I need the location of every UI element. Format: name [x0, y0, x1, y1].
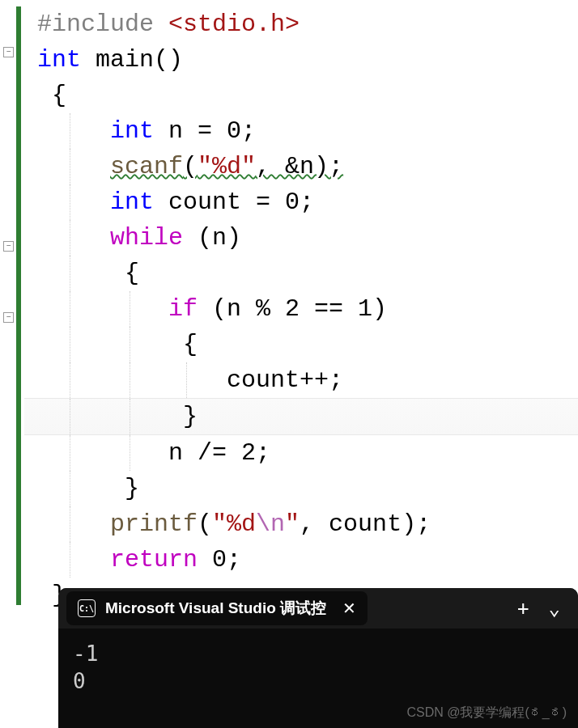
terminal-tab-title: Microsoft Visual Studio 调试控: [105, 598, 326, 619]
code-line-2[interactable]: int main(): [24, 42, 578, 78]
terminal-line-2: 0: [73, 667, 563, 695]
fold-marker-while[interactable]: −: [3, 241, 14, 252]
terminal-window: C:\ Microsoft Visual Studio 调试控 ✕ + ⌄ -1…: [58, 588, 578, 728]
code-line-13[interactable]: n /= 2;: [24, 435, 578, 471]
code-line-1[interactable]: #include <stdio.h>: [24, 6, 578, 42]
fold-marker-if[interactable]: −: [3, 312, 14, 323]
code-line-7[interactable]: while (n): [24, 220, 578, 256]
code-line-15[interactable]: printf("%d\n", count);: [24, 506, 578, 542]
watermark: CSDN @我要学编程(ಥ_ಥ): [406, 705, 567, 722]
code-line-11[interactable]: count++;: [24, 362, 578, 398]
tab-controls: + ⌄: [517, 597, 570, 620]
code-line-9[interactable]: if (n % 2 == 1): [24, 291, 578, 327]
tab-dropdown-button[interactable]: ⌄: [549, 597, 560, 620]
fold-marker-main[interactable]: −: [3, 47, 14, 57]
new-tab-button[interactable]: +: [517, 597, 529, 620]
code-line-5[interactable]: scanf("%d", &n);: [24, 149, 578, 184]
terminal-icon: C:\: [78, 599, 96, 617]
code-line-4[interactable]: int n = 0;: [24, 113, 578, 149]
code-line-10[interactable]: {: [24, 327, 578, 362]
terminal-line-1: -1: [73, 640, 563, 667]
code-line-6[interactable]: int count = 0;: [24, 184, 578, 220]
code-line-14[interactable]: }: [24, 471, 578, 506]
terminal-tab-active[interactable]: C:\ Microsoft Visual Studio 调试控 ✕: [66, 591, 368, 625]
code-line-16[interactable]: return 0;: [24, 542, 578, 578]
code-line-12[interactable]: }: [24, 398, 578, 435]
tab-close-icon[interactable]: ✕: [342, 599, 356, 618]
code-line-3[interactable]: {: [24, 78, 578, 113]
terminal-output[interactable]: -1 0: [58, 629, 578, 706]
code-editor[interactable]: − − − #include <stdio.h> int main() { in…: [0, 0, 578, 613]
terminal-tab-bar: C:\ Microsoft Visual Studio 调试控 ✕ + ⌄: [58, 588, 578, 629]
code-line-8[interactable]: {: [24, 256, 578, 291]
change-indicator-bar: [16, 6, 21, 605]
